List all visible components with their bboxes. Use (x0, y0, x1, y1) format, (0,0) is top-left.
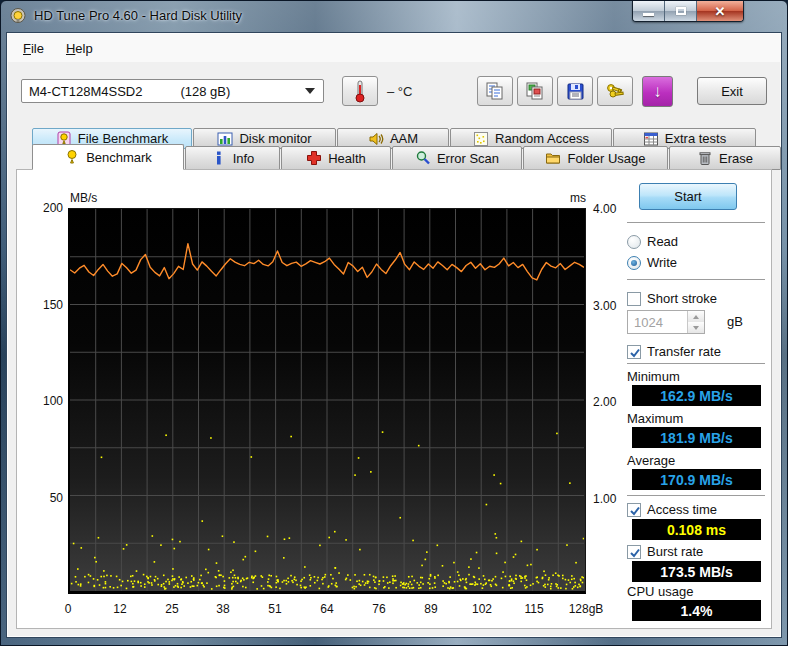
save-button[interactable] (557, 76, 593, 106)
menu-bar: File Help (8, 34, 780, 62)
app-icon (10, 7, 27, 24)
checkbox-box (627, 345, 641, 359)
update-button[interactable]: ↓ (642, 76, 673, 107)
tab-erase[interactable]: Erase (669, 146, 781, 170)
start-button[interactable]: Start (639, 183, 737, 210)
spinner-down-button[interactable] (688, 322, 704, 333)
tick-label: 200 (17, 201, 63, 215)
drive-name: M4-CT128M4SSD2 (29, 84, 142, 99)
short-stroke-size-input[interactable]: 1024 (627, 310, 705, 334)
tick-label: 25 (165, 602, 178, 616)
temperature-button[interactable] (342, 76, 378, 106)
average-label: Average (627, 453, 675, 468)
drive-select-dropdown[interactable]: M4-CT128M4SSD2 (128 gB) (21, 79, 324, 103)
spinner-up-button[interactable] (688, 311, 704, 322)
tick-label: 12 (113, 602, 126, 616)
cpu-usage-value: 1.4% (632, 600, 761, 621)
short-stroke-unit: gB (727, 314, 743, 329)
short-stroke-checkbox[interactable]: Short stroke (627, 290, 717, 307)
access-time-checkbox[interactable]: Access time (627, 501, 717, 518)
tick-label: 150 (17, 298, 63, 312)
copy-text-icon (485, 81, 505, 101)
checkbox-box (627, 292, 641, 306)
maximum-label: Maximum (627, 411, 683, 426)
close-button[interactable]: ✕ (697, 1, 743, 21)
check-icon (629, 547, 641, 559)
burst-rate-value: 173.5 MB/s (632, 561, 761, 582)
tab-info[interactable]: Info (185, 146, 280, 170)
random-access-icon (473, 131, 489, 147)
benchmark-panel: MB/s ms 200150100504.003.002.001.0001225… (16, 169, 772, 629)
burst-rate-checkbox[interactable]: Burst rate (627, 543, 703, 560)
separator (627, 495, 765, 496)
tab-health[interactable]: Health (281, 146, 391, 170)
temperature-readout: – °C (387, 84, 412, 99)
download-arrow-icon: ↓ (653, 82, 662, 102)
copy-text-button[interactable] (477, 76, 513, 106)
radio-circle (627, 235, 641, 249)
tick-label: 102 (472, 602, 492, 616)
cpu-usage-label: CPU usage (627, 584, 693, 599)
tab-benchmark[interactable]: Benchmark (32, 144, 184, 170)
benchmark-chart (68, 208, 586, 594)
write-radio[interactable]: Write (627, 254, 677, 271)
title-bar[interactable]: HD Tune Pro 4.60 - Hard Disk Utility ✕ (1, 1, 787, 32)
thermometer-icon (354, 79, 366, 103)
tab-strip: File Benchmark Disk monitor (8, 124, 780, 170)
copy-image-button[interactable] (517, 76, 553, 106)
tick-label: 64 (320, 602, 333, 616)
copy-image-icon (525, 81, 545, 101)
separator (627, 363, 765, 364)
disk-monitor-icon (217, 131, 233, 147)
extra-tests-icon (643, 131, 659, 147)
speaker-icon (368, 131, 384, 147)
tick-label: 0 (65, 602, 72, 616)
magnifier-icon (415, 150, 431, 166)
checkbox-box (627, 545, 641, 559)
tick-label: 50 (17, 491, 63, 505)
separator (627, 279, 765, 280)
keys-icon (604, 81, 626, 101)
minimize-icon (643, 13, 654, 16)
maximize-button[interactable] (665, 1, 697, 21)
check-icon (629, 347, 641, 359)
app-window: HD Tune Pro 4.60 - Hard Disk Utility ✕ F… (0, 0, 788, 646)
folder-icon (545, 150, 561, 166)
drive-capacity: (128 gB) (180, 84, 230, 99)
read-radio[interactable]: Read (627, 233, 678, 250)
close-icon: ✕ (715, 4, 726, 19)
info-icon (211, 150, 227, 166)
access-time-value: 0.108 ms (632, 519, 761, 540)
checkbox-box (627, 503, 641, 517)
window-title: HD Tune Pro 4.60 - Hard Disk Utility (34, 8, 242, 23)
tick-label: 128gB (569, 602, 604, 616)
health-icon (306, 150, 322, 166)
tick-label: 76 (372, 602, 385, 616)
average-value: 170.9 MB/s (632, 469, 761, 490)
menu-help[interactable]: Help (57, 37, 102, 60)
radio-circle (627, 256, 641, 270)
tab-folder-usage[interactable]: Folder Usage (523, 146, 668, 170)
toolbar: M4-CT128M4SSD2 (128 gB) – °C (8, 62, 780, 124)
tick-label: 100 (17, 394, 63, 408)
minimize-button[interactable] (633, 1, 665, 21)
window-body: File Help M4-CT128M4SSD2 (128 gB) – °C (6, 32, 782, 638)
tab-error-scan[interactable]: Error Scan (392, 146, 522, 170)
minimum-value: 162.9 MB/s (632, 385, 761, 406)
tick-label: 3.00 (593, 299, 616, 313)
maximum-value: 181.9 MB/s (632, 427, 761, 448)
left-axis-unit: MB/s (70, 191, 97, 205)
exit-button[interactable]: Exit (697, 77, 767, 105)
tick-label: 89 (424, 602, 437, 616)
short-stroke-size-value: 1024 (628, 311, 687, 333)
menu-file[interactable]: File (14, 37, 53, 60)
tick-label: 115 (524, 602, 543, 616)
trash-icon (697, 150, 713, 166)
check-icon (629, 505, 641, 517)
maximize-icon (676, 7, 686, 15)
separator (627, 222, 765, 223)
chevron-down-icon (305, 88, 315, 94)
transfer-rate-checkbox[interactable]: Transfer rate (627, 343, 721, 360)
options-button[interactable] (597, 76, 633, 106)
benchmark-icon (64, 149, 80, 165)
